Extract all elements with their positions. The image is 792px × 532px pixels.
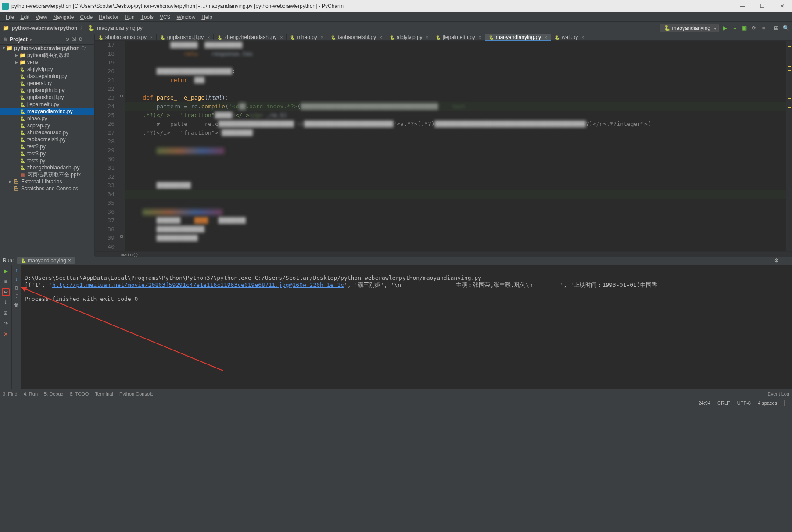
- clear-all-button[interactable]: ↷: [2, 320, 10, 328]
- editor-tab-nihao-py[interactable]: 🐍nihao.py×: [287, 34, 327, 40]
- menu-view[interactable]: View: [32, 12, 50, 21]
- run-coverage-button[interactable]: ▣: [741, 25, 748, 32]
- tree-item-Scratches-and-Consoles[interactable]: 🗄Scratches and Consoles: [0, 185, 94, 192]
- status-indent[interactable]: 4 spaces: [754, 400, 781, 406]
- menu-edit[interactable]: Edit: [17, 12, 32, 21]
- status-inspection-icon[interactable]: [781, 400, 788, 406]
- tree-item--pptx[interactable]: ▦网页信息获取不全.pptx: [0, 171, 94, 178]
- tree-item-gupiaoshouji-py[interactable]: 🐍gupiaoshouji.py: [0, 94, 94, 101]
- close-icon[interactable]: ×: [280, 35, 283, 40]
- menu-code[interactable]: Code: [77, 12, 96, 21]
- collapse-all-icon[interactable]: ⇲: [71, 36, 77, 42]
- search-everywhere-button[interactable]: 🔍: [782, 25, 789, 32]
- fold-toggle-icon[interactable]: ⊟: [120, 234, 123, 239]
- pin-button[interactable]: ⎙: [15, 285, 18, 291]
- editor-tab-maoyandianying-py[interactable]: 🐍maoyandianying.py×: [485, 34, 551, 40]
- close-icon[interactable]: ×: [426, 35, 429, 40]
- toolwindow-button-5-Debug[interactable]: 5: Debug: [44, 391, 64, 396]
- toolwindow-button-3-Find[interactable]: 3: Find: [3, 391, 18, 396]
- run-config-selector[interactable]: 🐍 maoyandianying ▾: [660, 24, 719, 32]
- toolwindow-button-4-Run[interactable]: 4: Run: [24, 391, 38, 396]
- scroll-to-end-button[interactable]: ⤓: [2, 299, 10, 307]
- status-encoding[interactable]: UTF-8: [734, 400, 754, 406]
- console-url-link[interactable]: http://p1.meituan.net/movie/20803f59291c…: [52, 282, 344, 288]
- close-icon[interactable]: ×: [150, 35, 153, 40]
- tree-item-maoyandianying-py[interactable]: 🐍maoyandianying.py: [0, 108, 94, 115]
- menu-window[interactable]: Window: [174, 12, 199, 21]
- status-position[interactable]: 24:94: [695, 400, 714, 406]
- gear-icon[interactable]: ⚙: [772, 257, 781, 264]
- gear-icon[interactable]: ⚙: [77, 36, 84, 42]
- trash-button[interactable]: 🗑: [14, 302, 19, 308]
- editor-tab-gupiaoshouji-py[interactable]: 🐍gupiaoshouji.py×: [157, 34, 214, 40]
- editor-tab-jiepaimeitu-py[interactable]: 🐍jiepaimeitu.py×: [432, 34, 485, 40]
- breadcrumb-project[interactable]: python-webcrawlerpython: [12, 25, 77, 31]
- hide-panel-icon[interactable]: —: [781, 257, 789, 264]
- toolwindow-button-Python-Console[interactable]: Python Console: [119, 391, 154, 396]
- editor-error-stripe[interactable]: [786, 41, 792, 251]
- debug-button[interactable]: ⌁: [731, 25, 738, 32]
- fold-toggle-icon[interactable]: ⊟: [120, 93, 123, 98]
- update-project-button[interactable]: ⊞: [773, 25, 780, 32]
- run-button[interactable]: ▶: [721, 25, 728, 32]
- hide-panel-icon[interactable]: —: [84, 37, 92, 42]
- tree-item-general-py[interactable]: 🐍general.py: [0, 80, 94, 87]
- menu-run[interactable]: Run: [122, 12, 138, 21]
- close-icon[interactable]: ×: [68, 257, 71, 264]
- editor-code-area[interactable]: ████████ ███████████ retu response.tex █…: [125, 41, 786, 251]
- editor-tab-zhengzhebiaodashi-py[interactable]: 🐍zhengzhebiaodashi.py×: [214, 34, 287, 40]
- stop-button[interactable]: ■: [760, 25, 767, 32]
- window-close-button[interactable]: ✕: [772, 0, 792, 12]
- tree-item-nihao-py[interactable]: 🐍nihao.py: [0, 115, 94, 122]
- close-icon[interactable]: ×: [380, 35, 382, 40]
- editor-breadcrumbs[interactable]: main(): [95, 251, 792, 257]
- tree-item-jiepaimeitu-py[interactable]: 🐍jiepaimeitu.py: [0, 101, 94, 108]
- chevron-down-icon[interactable]: ▾: [29, 36, 32, 43]
- close-icon[interactable]: ×: [207, 35, 210, 40]
- project-root[interactable]: ▼ 📁 python-webcrawlerpython C:: [0, 45, 94, 52]
- rerun-button[interactable]: ▶: [2, 267, 10, 275]
- tree-item-gupiaogithub-py[interactable]: 🐍gupiaogithub.py: [0, 87, 94, 94]
- editor-tab-aiqiyivip-py[interactable]: 🐍aiqiyivip.py×: [386, 34, 433, 40]
- close-button[interactable]: ✕: [2, 330, 10, 338]
- window-maximize-button[interactable]: ☐: [753, 0, 772, 12]
- menu-vcs[interactable]: VCS: [157, 12, 174, 21]
- editor-tab-shubaosousuo-py[interactable]: 🐍shubaosousuo.py×: [95, 34, 157, 40]
- toolwindow-button-Event-Log[interactable]: Event Log: [767, 391, 789, 396]
- print-button[interactable]: 🗎: [2, 309, 10, 317]
- tree-item-External-Libraries[interactable]: ▶🗄External Libraries: [0, 178, 94, 185]
- toolwindow-button-6-TODO[interactable]: 6: TODO: [70, 391, 89, 396]
- menu-help[interactable]: Help: [198, 12, 215, 21]
- project-tree[interactable]: ▼ 📁 python-webcrawlerpython C: ▶📁python爬…: [0, 45, 94, 192]
- close-icon[interactable]: ×: [545, 35, 547, 40]
- tree-item-zhengzhebiaodashi-py[interactable]: 🐍zhengzhebiaodashi.py: [0, 164, 94, 171]
- tree-item-taobaomeishi-py[interactable]: 🐍taobaomeishi.py: [0, 136, 94, 143]
- run-panel-tab[interactable]: 🐍 maoyandianying ×: [17, 257, 74, 264]
- menu-navigate[interactable]: Navigate: [50, 12, 77, 21]
- editor-gutter[interactable]: 1718192021222324252627282930313233343536…: [95, 41, 119, 251]
- menu-file[interactable]: File: [3, 12, 17, 21]
- toggle-soft-wrap-button[interactable]: ↩: [2, 288, 10, 296]
- tree-item-scprap-py[interactable]: 🐍scprap.py: [0, 122, 94, 129]
- scroll-from-source-icon[interactable]: ⊙: [64, 36, 71, 42]
- close-icon[interactable]: ×: [479, 35, 481, 40]
- tree-item-test3-py[interactable]: 🐍test3.py: [0, 150, 94, 157]
- export-button[interactable]: ⤴: [15, 293, 18, 300]
- up-button[interactable]: ↑: [15, 267, 18, 273]
- breadcrumb[interactable]: 📁 python-webcrawlerpython 〉 🐍 maoyandian…: [3, 24, 660, 32]
- tree-item-venv[interactable]: ▶📁venv: [0, 59, 94, 66]
- close-icon[interactable]: ×: [581, 35, 584, 40]
- window-minimize-button[interactable]: —: [733, 0, 753, 12]
- tree-item-shubaosousuo-py[interactable]: 🐍shubaosousuo.py: [0, 129, 94, 136]
- down-button[interactable]: ↓: [15, 276, 18, 282]
- stop-button[interactable]: ■: [2, 278, 10, 286]
- menu-refactor[interactable]: Refactor: [96, 12, 122, 21]
- project-scope-icon[interactable]: 🗎: [3, 36, 8, 43]
- run-console[interactable]: D:\Users\Scottar\AppData\Local\Programs\…: [21, 265, 792, 389]
- attach-button[interactable]: ⟳: [750, 25, 757, 32]
- fold-gutter[interactable]: ⊟⊟: [119, 41, 125, 251]
- breadcrumb-file[interactable]: maoyandianying.py: [97, 25, 142, 31]
- tree-item-aiqiyivip-py[interactable]: 🐍aiqiyivip.py: [0, 66, 94, 73]
- toolwindow-button-Terminal[interactable]: Terminal: [95, 391, 113, 396]
- tree-item-tests-py[interactable]: 🐍tests.py: [0, 157, 94, 164]
